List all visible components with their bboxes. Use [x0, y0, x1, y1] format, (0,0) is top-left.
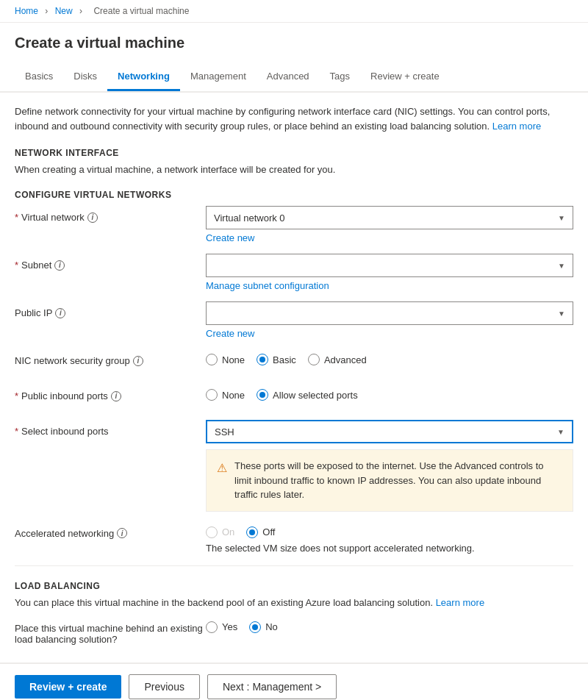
public-ip-label: Public IP i [15, 301, 206, 318]
load-balancing-no-radio[interactable] [249, 621, 261, 633]
tab-networking[interactable]: Networking [107, 63, 180, 91]
nic-security-advanced-radio[interactable] [308, 354, 320, 365]
warning-triangle-icon: ⚠ [217, 460, 227, 502]
nic-security-group-label: NIC network security group i [15, 349, 206, 366]
load-balancing-header: LOAD BALANCING [15, 581, 573, 591]
accelerated-networking-control: On Off The selected VM size does not sup… [206, 522, 573, 554]
next-management-button[interactable]: Next : Management > [207, 674, 337, 699]
review-create-button[interactable]: Review + create [15, 675, 121, 699]
public-inbound-ports-control: None Allow selected ports [206, 385, 573, 401]
subnet-row: * Subnet i ▼ Manage subnet configuration [15, 254, 573, 291]
public-ip-chevron-icon: ▼ [558, 310, 565, 318]
accelerated-off-option[interactable]: Off [246, 526, 275, 538]
public-ip-create-new-link[interactable]: Create new [206, 328, 254, 339]
load-balancing-yes-option[interactable]: Yes [206, 621, 237, 633]
inbound-none-option[interactable]: None [206, 389, 245, 401]
load-balancing-learn-more-link[interactable]: Learn more [436, 597, 484, 608]
nic-security-advanced-option[interactable]: Advanced [308, 354, 367, 365]
load-balancing-radio-group: Yes No [206, 617, 573, 633]
subnet-chevron-icon: ▼ [558, 262, 565, 270]
public-ip-row: Public IP i ▼ Create new [15, 301, 573, 339]
virtual-network-chevron-icon: ▼ [558, 214, 565, 222]
virtual-network-info-icon[interactable]: i [87, 213, 98, 223]
tab-disks[interactable]: Disks [63, 63, 107, 91]
virtual-network-dropdown[interactable]: Virtual network 0 ▼ [206, 206, 573, 229]
accelerated-networking-info-icon[interactable]: i [117, 528, 127, 538]
select-inbound-ports-control: SSH ▼ ⚠ These ports will be exposed to t… [206, 420, 573, 512]
accelerated-on-option[interactable]: On [206, 526, 234, 538]
footer-bar: Review + create Previous Next : Manageme… [0, 663, 588, 701]
select-inbound-ports-dropdown[interactable]: SSH ▼ [206, 420, 573, 443]
public-inbound-ports-label: * Public inbound ports i [15, 385, 206, 401]
nic-security-info-icon[interactable]: i [133, 356, 143, 366]
accelerated-networking-radio-group: On Off [206, 522, 573, 538]
nic-security-basic-option[interactable]: Basic [257, 354, 296, 365]
tab-advanced[interactable]: Advanced [257, 63, 320, 91]
load-balancing-no-option[interactable]: No [249, 621, 278, 633]
subnet-control: ▼ Manage subnet configuration [206, 254, 573, 291]
section-divider [15, 565, 573, 566]
public-inbound-ports-row: * Public inbound ports i None Allow sele… [15, 385, 573, 411]
breadcrumb: Home › New › Create a virtual machine [0, 0, 588, 23]
networking-description: Define network connectivity for your vir… [15, 104, 573, 133]
configure-vnets-header: CONFIGURE VIRTUAL NETWORKS [15, 190, 573, 200]
nic-security-group-control: None Basic Advanced [206, 349, 573, 365]
page-title: Create a virtual machine [15, 35, 573, 51]
inbound-none-radio[interactable] [206, 389, 218, 401]
load-balancing-place-row: Place this virtual machine behind an exi… [15, 617, 573, 645]
select-inbound-ports-row: * Select inbound ports SSH ▼ ⚠ These por… [15, 420, 573, 512]
inbound-ports-warning: ⚠ These ports will be exposed to the int… [206, 449, 573, 512]
network-interface-header: NETWORK INTERFACE [15, 148, 573, 158]
accelerated-networking-row: Accelerated networking i On Off [15, 522, 573, 554]
accelerated-off-radio[interactable] [246, 526, 258, 538]
public-ip-dropdown[interactable]: ▼ [206, 301, 573, 325]
network-interface-desc: When creating a virtual machine, a netwo… [15, 164, 573, 175]
tabs-nav: Basics Disks Networking Management Advan… [0, 63, 588, 92]
main-card: Create a virtual machine Basics Disks Ne… [0, 23, 588, 663]
accelerated-on-radio[interactable] [206, 526, 218, 538]
tab-management[interactable]: Management [180, 63, 257, 91]
select-inbound-ports-label: * Select inbound ports [15, 420, 206, 437]
virtual-network-label: * Virtual network i [15, 206, 206, 223]
tab-basics[interactable]: Basics [15, 63, 63, 91]
breadcrumb-new[interactable]: New [55, 6, 73, 16]
virtual-network-create-new-link[interactable]: Create new [206, 232, 254, 243]
accelerated-networking-label: Accelerated networking i [15, 522, 206, 539]
inbound-allow-selected-option[interactable]: Allow selected ports [257, 389, 358, 401]
manage-subnet-link[interactable]: Manage subnet configuration [206, 280, 329, 291]
breadcrumb-current: Create a virtual machine [93, 6, 189, 16]
page-wrapper: Home › New › Create a virtual machine Cr… [0, 0, 588, 700]
nic-security-group-radio-group: None Basic Advanced [206, 349, 573, 365]
virtual-network-row: * Virtual network i Virtual network 0 ▼ … [15, 206, 573, 243]
load-balancing-desc: You can place this virtual machine in th… [15, 597, 573, 608]
nic-security-none-option[interactable]: None [206, 354, 245, 365]
learn-more-nic-link[interactable]: Learn more [492, 121, 541, 132]
subnet-label: * Subnet i [15, 254, 206, 271]
accelerated-networking-note: The selected VM size does not support ac… [206, 538, 573, 554]
subnet-info-icon[interactable]: i [54, 260, 65, 271]
inbound-allow-selected-radio[interactable] [257, 389, 268, 401]
nic-security-group-row: NIC network security group i None Basic [15, 349, 573, 376]
load-balancing-place-label: Place this virtual machine behind an exi… [15, 617, 206, 645]
virtual-network-control: Virtual network 0 ▼ Create new [206, 206, 573, 243]
inbound-ports-chevron-icon: ▼ [557, 428, 564, 436]
load-balancing-yes-radio[interactable] [206, 621, 218, 633]
public-inbound-info-icon[interactable]: i [111, 391, 121, 401]
public-inbound-ports-radio-group: None Allow selected ports [206, 385, 573, 401]
card-header: Create a virtual machine Basics Disks Ne… [0, 23, 588, 93]
breadcrumb-home[interactable]: Home [15, 6, 38, 16]
tab-tags[interactable]: Tags [320, 63, 360, 91]
tab-review-create[interactable]: Review + create [360, 63, 450, 91]
public-ip-control: ▼ Create new [206, 301, 573, 339]
card-body: Define network connectivity for your vir… [0, 93, 588, 662]
public-ip-info-icon[interactable]: i [55, 308, 65, 318]
previous-button[interactable]: Previous [129, 674, 199, 699]
nic-security-basic-radio[interactable] [257, 354, 268, 365]
load-balancing-place-control: Yes No [206, 617, 573, 633]
nic-security-none-radio[interactable] [206, 354, 218, 365]
subnet-dropdown[interactable]: ▼ [206, 254, 573, 277]
